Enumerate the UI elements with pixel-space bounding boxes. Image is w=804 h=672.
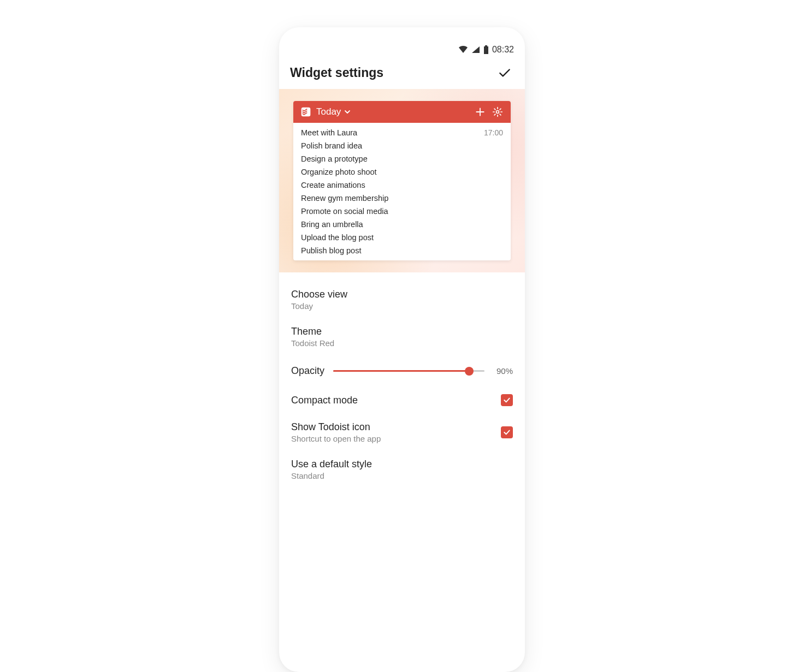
setting-label: Opacity bbox=[291, 365, 324, 377]
battery-icon bbox=[483, 45, 489, 54]
app-header: Widget settings bbox=[279, 57, 525, 89]
page-title: Widget settings bbox=[290, 66, 383, 80]
show-todoist-icon-setting[interactable]: Show Todoist icon Shortcut to open the a… bbox=[291, 414, 513, 451]
status-bar: 08:32 bbox=[279, 40, 525, 57]
task-title: Upload the blog post bbox=[301, 233, 374, 242]
slider-thumb[interactable] bbox=[465, 367, 474, 376]
task-row[interactable]: Design a prototype bbox=[293, 152, 511, 165]
task-title: Polish brand idea bbox=[301, 141, 362, 150]
svg-rect-1 bbox=[484, 46, 488, 54]
widget-filter-dropdown[interactable]: Today bbox=[316, 106, 351, 117]
task-row[interactable]: Bring an umbrella bbox=[293, 218, 511, 231]
task-row[interactable]: Promote on social media bbox=[293, 205, 511, 218]
setting-label: Show Todoist icon bbox=[291, 421, 381, 433]
svg-rect-0 bbox=[485, 45, 487, 46]
setting-label: Theme bbox=[291, 326, 513, 337]
confirm-button[interactable] bbox=[498, 66, 512, 80]
task-row[interactable]: Renew gym membership bbox=[293, 192, 511, 205]
check-icon bbox=[503, 396, 511, 405]
settings-list: Choose view Today Theme Todoist Red Opac… bbox=[279, 272, 525, 488]
slider-fill bbox=[333, 370, 469, 372]
setting-value: Todoist Red bbox=[291, 338, 513, 348]
add-task-button[interactable] bbox=[474, 105, 487, 118]
cellular-icon bbox=[471, 46, 480, 53]
wifi-icon bbox=[458, 46, 468, 53]
choose-view-setting[interactable]: Choose view Today bbox=[291, 281, 513, 318]
show-icon-checkbox[interactable] bbox=[501, 426, 513, 438]
widget-preview-area: Today Meet with Laura17:00 Polish brand … bbox=[279, 89, 525, 272]
task-title: Promote on social media bbox=[301, 207, 388, 216]
setting-subtitle: Shortcut to open the app bbox=[291, 434, 381, 443]
task-row[interactable]: Publish blog post bbox=[293, 244, 511, 257]
setting-label: Compact mode bbox=[291, 395, 358, 406]
compact-mode-setting[interactable]: Compact mode bbox=[291, 386, 513, 414]
theme-setting[interactable]: Theme Todoist Red bbox=[291, 318, 513, 355]
task-title: Bring an umbrella bbox=[301, 220, 363, 229]
opacity-value: 90% bbox=[493, 366, 513, 376]
task-title: Publish blog post bbox=[301, 246, 361, 255]
widget-settings-button[interactable] bbox=[491, 105, 504, 118]
clock-text: 08:32 bbox=[492, 45, 514, 55]
task-row[interactable]: Meet with Laura17:00 bbox=[293, 126, 511, 139]
setting-value: Today bbox=[291, 301, 513, 311]
task-row[interactable]: Polish brand idea bbox=[293, 139, 511, 152]
task-row[interactable]: Create animations bbox=[293, 179, 511, 192]
task-title: Meet with Laura bbox=[301, 128, 357, 137]
check-icon bbox=[503, 428, 511, 437]
phone-frame: 08:32 Widget settings Today bbox=[279, 27, 525, 672]
opacity-slider[interactable] bbox=[333, 366, 484, 377]
chevron-down-icon bbox=[344, 109, 351, 115]
setting-value: Standard bbox=[291, 471, 513, 480]
svg-point-3 bbox=[496, 111, 499, 114]
task-time: 17:00 bbox=[484, 128, 503, 137]
setting-label: Use a default style bbox=[291, 459, 513, 470]
setting-label: Choose view bbox=[291, 289, 513, 300]
widget-header: Today bbox=[293, 101, 511, 123]
compact-mode-checkbox[interactable] bbox=[501, 394, 513, 406]
task-title: Create animations bbox=[301, 181, 365, 189]
widget-card: Today Meet with Laura17:00 Polish brand … bbox=[293, 101, 511, 260]
opacity-setting: Opacity 90% bbox=[291, 355, 513, 386]
task-row[interactable]: Upload the blog post bbox=[293, 231, 511, 244]
todoist-logo-icon bbox=[300, 106, 312, 118]
widget-filter-label: Today bbox=[316, 106, 341, 117]
task-title: Design a prototype bbox=[301, 154, 368, 163]
task-title: Organize photo shoot bbox=[301, 168, 377, 176]
task-list: Meet with Laura17:00 Polish brand idea D… bbox=[293, 123, 511, 260]
default-style-setting[interactable]: Use a default style Standard bbox=[291, 451, 513, 488]
task-row[interactable]: Organize photo shoot bbox=[293, 165, 511, 179]
task-title: Renew gym membership bbox=[301, 194, 388, 203]
